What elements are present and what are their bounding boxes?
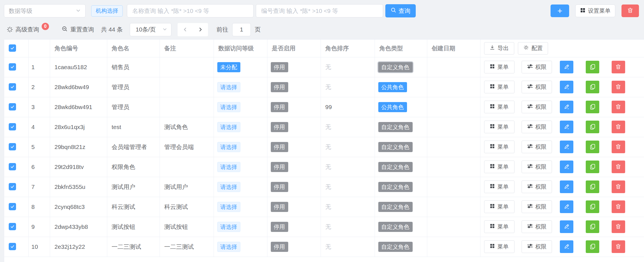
row-permission-button[interactable]: 权限 (522, 220, 552, 233)
row-permission-button[interactable]: 权限 (522, 101, 552, 113)
enabled-toggle-tag[interactable]: 停用 (271, 162, 288, 172)
row-edit-button[interactable] (560, 200, 573, 213)
row-edit-button[interactable] (560, 220, 573, 233)
role-type-tag[interactable]: 自定义角色 (378, 142, 413, 152)
row-menu-button[interactable]: 菜单 (484, 101, 515, 113)
row-edit-button[interactable] (560, 240, 573, 253)
search-button[interactable]: 查询 (385, 4, 416, 17)
row-copy-button[interactable] (586, 81, 599, 93)
row-copy-button[interactable] (586, 200, 599, 213)
prev-page-button[interactable] (182, 26, 188, 33)
row-checkbox[interactable] (9, 163, 16, 170)
row-copy-button[interactable] (586, 61, 599, 73)
code-query-input[interactable] (256, 4, 383, 17)
row-delete-button[interactable] (612, 200, 625, 213)
page-size-select[interactable]: 10条/页 (130, 23, 171, 36)
add-button[interactable]: + (551, 4, 569, 17)
row-permission-button[interactable]: 权限 (522, 81, 552, 93)
row-checkbox[interactable] (9, 243, 16, 250)
enabled-toggle-tag[interactable]: 停用 (271, 182, 288, 192)
row-delete-button[interactable] (612, 180, 625, 193)
access-level-tag[interactable]: 请选择 (217, 222, 240, 232)
menu-setup-button[interactable]: 设置菜单 (575, 4, 615, 17)
row-delete-button[interactable] (612, 121, 625, 133)
access-level-tag[interactable]: 请选择 (217, 242, 240, 252)
enabled-toggle-tag[interactable]: 停用 (271, 62, 288, 72)
enabled-toggle-tag[interactable]: 停用 (271, 122, 288, 132)
row-permission-button[interactable]: 权限 (522, 180, 552, 193)
export-button[interactable]: 导出 (484, 42, 514, 55)
access-level-tag[interactable]: 请选择 (217, 182, 240, 192)
row-checkbox[interactable] (9, 123, 16, 130)
role-type-tag[interactable]: 自定义角色 (378, 162, 413, 172)
row-delete-button[interactable] (612, 61, 625, 73)
access-level-tag[interactable]: 请选择 (217, 82, 240, 92)
row-edit-button[interactable] (560, 121, 573, 133)
advanced-query-button[interactable]: 高级查询 0 (7, 25, 49, 34)
row-delete-button[interactable] (612, 101, 625, 113)
row-permission-button[interactable]: 权限 (522, 61, 552, 73)
row-edit-button[interactable] (560, 161, 573, 173)
row-edit-button[interactable] (560, 61, 573, 73)
row-copy-button[interactable] (586, 240, 599, 253)
row-checkbox[interactable] (9, 83, 16, 91)
row-permission-button[interactable]: 权限 (522, 200, 552, 213)
role-type-tag[interactable]: 自定义角色 (378, 62, 413, 72)
enabled-toggle-tag[interactable]: 停用 (271, 142, 288, 152)
row-permission-button[interactable]: 权限 (522, 161, 552, 173)
row-checkbox[interactable] (9, 143, 16, 150)
row-menu-button[interactable]: 菜单 (484, 220, 515, 233)
reset-query-button[interactable]: 重置查询 (62, 26, 94, 33)
row-permission-button[interactable]: 权限 (522, 240, 552, 253)
row-menu-button[interactable]: 菜单 (484, 61, 515, 73)
row-checkbox[interactable] (9, 103, 16, 110)
role-type-tag[interactable]: 自定义角色 (378, 202, 413, 212)
role-type-tag[interactable]: 自定义角色 (378, 182, 413, 192)
data-level-select[interactable]: 数据等级 (4, 4, 86, 17)
role-type-tag[interactable]: 自定义角色 (378, 222, 413, 232)
row-delete-button[interactable] (612, 161, 625, 173)
row-menu-button[interactable]: 菜单 (484, 161, 515, 173)
row-checkbox[interactable] (9, 223, 16, 230)
name-query-input[interactable] (127, 4, 254, 17)
row-delete-button[interactable] (612, 240, 625, 253)
enabled-toggle-tag[interactable]: 停用 (271, 82, 288, 92)
enabled-toggle-tag[interactable]: 停用 (271, 222, 288, 232)
role-type-tag[interactable]: 自定义角色 (378, 122, 413, 132)
row-delete-button[interactable] (612, 220, 625, 233)
row-copy-button[interactable] (586, 141, 599, 153)
row-delete-button[interactable] (612, 141, 625, 153)
org-select-button[interactable]: 机构选择 (91, 5, 123, 17)
row-checkbox[interactable] (9, 183, 16, 190)
select-all-checkbox[interactable] (9, 44, 16, 52)
role-type-tag[interactable]: 公共角色 (378, 82, 407, 92)
role-type-tag[interactable]: 自定义角色 (378, 242, 413, 252)
role-type-tag[interactable]: 公共角色 (378, 102, 407, 112)
row-menu-button[interactable]: 菜单 (484, 180, 515, 193)
row-menu-button[interactable]: 菜单 (484, 240, 515, 253)
row-checkbox[interactable] (9, 203, 16, 210)
row-edit-button[interactable] (560, 81, 573, 93)
row-menu-button[interactable]: 菜单 (484, 81, 515, 93)
row-permission-button[interactable]: 权限 (522, 121, 552, 133)
access-level-tag[interactable]: 请选择 (217, 202, 240, 212)
access-level-tag[interactable]: 未分配 (217, 62, 240, 72)
enabled-toggle-tag[interactable]: 停用 (271, 202, 288, 212)
next-page-button[interactable] (197, 26, 204, 33)
row-menu-button[interactable]: 菜单 (484, 141, 515, 153)
row-permission-button[interactable]: 权限 (522, 141, 552, 153)
row-menu-button[interactable]: 菜单 (484, 200, 515, 213)
row-checkbox[interactable] (9, 63, 16, 71)
row-edit-button[interactable] (560, 141, 573, 153)
access-level-tag[interactable]: 请选择 (217, 122, 240, 132)
access-level-tag[interactable]: 请选择 (217, 102, 240, 112)
row-copy-button[interactable] (586, 180, 599, 193)
row-copy-button[interactable] (586, 101, 599, 113)
row-copy-button[interactable] (586, 220, 599, 233)
access-level-tag[interactable]: 请选择 (217, 142, 240, 152)
row-copy-button[interactable] (586, 161, 599, 173)
goto-page-input[interactable] (232, 23, 251, 36)
row-edit-button[interactable] (560, 101, 573, 113)
row-copy-button[interactable] (586, 121, 599, 133)
enabled-toggle-tag[interactable]: 停用 (271, 102, 288, 112)
